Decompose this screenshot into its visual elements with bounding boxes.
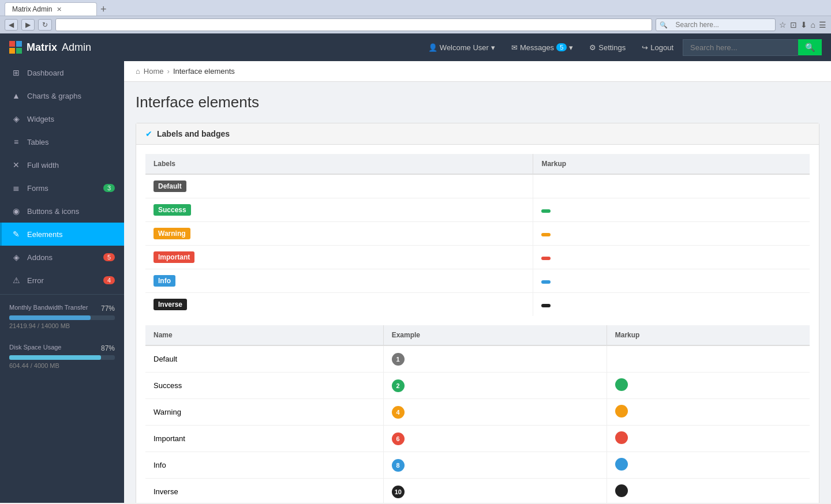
settings-label: Settings bbox=[598, 43, 626, 52]
sidebar-item-buttons[interactable]: ◉ Buttons & icons bbox=[0, 200, 124, 223]
label-cell: Inverse bbox=[145, 293, 533, 317]
table-row: Important 6 bbox=[145, 426, 810, 452]
code-text bbox=[615, 411, 628, 419]
badge-example-cell: 1 bbox=[383, 345, 607, 373]
browser-tab-active[interactable]: Matrix Admin ✕ bbox=[5, 2, 97, 16]
sidebar-item-dashboard[interactable]: ⊞ Dashboard bbox=[0, 61, 124, 84]
table-row: Success 2 bbox=[145, 373, 810, 399]
browser-icon-group: ☆ ⊡ ⬇ ⌂ ☰ bbox=[779, 20, 826, 29]
code-text bbox=[615, 491, 628, 499]
breadcrumb: ⌂ Home › Interface elements bbox=[124, 61, 831, 82]
forms-badge: 3 bbox=[103, 184, 115, 192]
welcome-label: Welcome User bbox=[440, 43, 489, 52]
messages-dropdown-icon: ▾ bbox=[569, 43, 573, 52]
messages-badge: 5 bbox=[556, 43, 567, 51]
browser-chrome: Matrix Admin ✕ + ◀ ▶ ↻ file:///F:/Martix… bbox=[0, 0, 831, 33]
brand-icon bbox=[9, 41, 22, 54]
badge-example: 1 bbox=[392, 353, 405, 366]
dashboard-icon: ⊞ bbox=[11, 68, 21, 77]
sidebar-item-charts[interactable]: ▲ Charts & graphs bbox=[0, 84, 124, 107]
navbar-search-btn[interactable]: 🔍 bbox=[798, 39, 822, 55]
sidebar-item-eelements[interactable]: ✎ Eelements bbox=[0, 223, 124, 246]
code-text bbox=[615, 385, 628, 393]
nav-back-btn[interactable]: ◀ bbox=[5, 19, 18, 31]
table-row: Inverse 10 bbox=[145, 479, 810, 503]
browser-reader-icon[interactable]: ⊡ bbox=[790, 20, 797, 29]
bandwidth-bar-fill bbox=[9, 315, 91, 320]
code-text bbox=[541, 301, 551, 309]
markup-cell bbox=[533, 269, 810, 293]
label-cell: Default bbox=[145, 174, 533, 198]
browser-bookmark-icon[interactable]: ☆ bbox=[779, 20, 787, 29]
disk-row: Disk Space Usage 87% bbox=[9, 344, 115, 353]
label-badge: Important bbox=[154, 251, 194, 263]
panel-header: ✔ Labels and badges bbox=[136, 123, 819, 145]
sidebar: ⊞ Dashboard ▲ Charts & graphs ◈ Widgets … bbox=[0, 61, 124, 503]
labels-badges-panel: ✔ Labels and badges Labels Markup bbox=[136, 123, 819, 503]
sidebar-item-tables[interactable]: ≡ Tables bbox=[0, 130, 124, 153]
sidebar-item-widgets[interactable]: ◈ Widgets bbox=[0, 107, 124, 130]
browser-search-container: 🔍 bbox=[656, 18, 776, 31]
badge-example: 6 bbox=[392, 432, 405, 445]
badge-example-cell: 6 bbox=[383, 426, 607, 452]
content-area: ⌂ Home › Interface elements Interface el… bbox=[124, 61, 831, 503]
bandwidth-sub: 21419.94 / 14000 MB bbox=[9, 322, 70, 329]
messages-menu[interactable]: ✉ Messages 5 ▾ bbox=[504, 39, 580, 57]
table-row: Important bbox=[145, 246, 810, 269]
panel-header-title: Labels and badges bbox=[157, 129, 230, 138]
breadcrumb-home[interactable]: Home bbox=[144, 67, 164, 76]
label-badge: Info bbox=[154, 275, 175, 287]
tables-icon: ≡ bbox=[11, 137, 21, 146]
url-bar[interactable]: file:///F:/Martix Admin/interface.html bbox=[55, 18, 652, 31]
bandwidth-pct: 77% bbox=[101, 304, 115, 313]
sidebar-item-label: Dashboard bbox=[27, 69, 64, 77]
sidebar-item-forms[interactable]: ≣ Forms 3 bbox=[0, 176, 124, 200]
sidebar-item-label: Buttons & icons bbox=[27, 207, 79, 216]
label-badge: Default bbox=[154, 180, 186, 192]
brand-sq-orange bbox=[9, 48, 15, 54]
nav-refresh-btn[interactable]: ↻ bbox=[38, 19, 52, 31]
browser-download-icon[interactable]: ⬇ bbox=[800, 20, 807, 29]
charts-icon: ▲ bbox=[11, 91, 21, 100]
badge-markup-cell bbox=[607, 373, 810, 399]
browser-search-input[interactable] bbox=[671, 19, 775, 31]
browser-nav-bar: ◀ ▶ ↻ file:///F:/Martix Admin/interface.… bbox=[0, 16, 831, 33]
label-badge: Inverse bbox=[154, 299, 187, 310]
logout-btn[interactable]: ↪ Logout bbox=[635, 39, 680, 57]
disk-sub: 604.44 / 4000 MB bbox=[9, 362, 59, 369]
panel-collapse-icon[interactable]: ✔ bbox=[145, 129, 152, 138]
browser-tab-bar: Matrix Admin ✕ + bbox=[0, 2, 831, 16]
dropdown-icon: ▾ bbox=[491, 43, 495, 52]
label-badge: Success bbox=[154, 204, 191, 216]
breadcrumb-sep: › bbox=[167, 67, 170, 76]
sidebar-item-error[interactable]: ⚠ Error 4 bbox=[0, 269, 124, 292]
app-wrapper: Matrix Admin 👤 Welcome User ▾ ✉ Messages… bbox=[0, 33, 831, 503]
sidebar-item-label: Full width bbox=[27, 161, 59, 170]
browser-menu-icon[interactable]: ☰ bbox=[819, 20, 826, 29]
nav-forward-btn[interactable]: ▶ bbox=[21, 19, 35, 31]
settings-menu[interactable]: ⚙ Settings bbox=[582, 39, 632, 57]
badge-name-cell: Success bbox=[145, 373, 383, 399]
code-text bbox=[541, 183, 551, 191]
tab-close-btn[interactable]: ✕ bbox=[57, 6, 62, 13]
badge-markup-cell bbox=[607, 345, 810, 373]
eelements-icon: ✎ bbox=[11, 230, 21, 239]
sidebar-item-label: Charts & graphs bbox=[27, 92, 81, 100]
navbar-search-input[interactable] bbox=[683, 39, 798, 56]
error-icon: ⚠ bbox=[11, 276, 21, 285]
browser-home-icon[interactable]: ⌂ bbox=[811, 20, 815, 29]
markup-cell bbox=[533, 246, 810, 269]
welcome-user-menu[interactable]: 👤 Welcome User ▾ bbox=[421, 39, 502, 57]
markup-cell bbox=[533, 293, 810, 317]
sidebar-item-fullwidth[interactable]: ✕ Full width bbox=[0, 153, 124, 176]
new-tab-btn[interactable]: + bbox=[97, 3, 110, 16]
badge-name-cell: Inverse bbox=[145, 479, 383, 503]
table-row: Warning bbox=[145, 222, 810, 246]
page-title: Interface elements bbox=[136, 93, 819, 111]
badge-markup-cell bbox=[607, 479, 810, 503]
sidebar-item-addons[interactable]: ◈ Addons 5 bbox=[0, 246, 124, 269]
navbar-brand: Matrix Admin bbox=[9, 41, 91, 54]
bandwidth-section: Monthly Bandwidth Transfer 77% 21419.94 … bbox=[0, 297, 124, 337]
table-spacer bbox=[145, 316, 810, 325]
tab-title: Matrix Admin bbox=[12, 5, 52, 13]
